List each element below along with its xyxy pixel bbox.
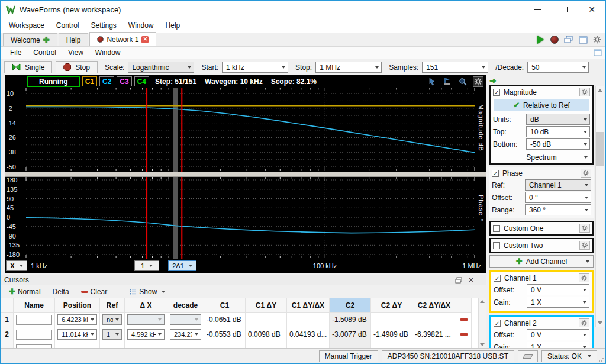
channel-1-checkbox[interactable]: ✓ — [494, 275, 501, 282]
channel-3-chip[interactable]: C3 — [117, 76, 131, 86]
magnitude-checkbox[interactable]: ✓ — [493, 89, 500, 96]
stop-frequency-select[interactable]: 1 MHz — [315, 62, 382, 73]
zoom-tool-button[interactable] — [457, 77, 468, 86]
collapse-panel-icon[interactable]: ➜ — [489, 76, 497, 85]
gear-icon[interactable] — [579, 318, 589, 327]
phase-ref-select[interactable]: Channel 1 — [525, 179, 591, 191]
col-header-position[interactable]: Position — [55, 298, 100, 313]
relative-to-ref-button[interactable]: ✔ Relative to Ref — [494, 99, 589, 111]
gear-icon[interactable] — [581, 169, 591, 178]
col-header-c2[interactable]: C2 — [330, 298, 371, 313]
cursor-tool-button[interactable] — [442, 77, 453, 86]
ch2-gain-select[interactable]: 1 X — [527, 342, 589, 348]
close-panel-icon[interactable]: ✕ — [468, 276, 474, 284]
custom-two-checkbox[interactable] — [493, 242, 500, 249]
plot-splitter[interactable] — [5, 172, 486, 177]
col-header-c2dy[interactable]: C2 ΔY — [371, 298, 412, 313]
col-header-dx[interactable]: Δ X — [125, 298, 167, 313]
col-header-decade[interactable]: decade — [167, 298, 204, 313]
pointer-tool-button[interactable] — [427, 77, 437, 86]
stop-all-button[interactable] — [549, 34, 560, 45]
scroll-up-icon[interactable] — [598, 89, 602, 92]
tab-network-1[interactable]: Network 1 ✕ — [89, 32, 156, 46]
panel-scrollbar[interactable] — [595, 86, 604, 327]
plot-settings-button[interactable] — [473, 76, 483, 87]
phase-plot[interactable]: 18013590450-45-90-135-180 — [5, 177, 486, 259]
menu-file[interactable]: File — [4, 47, 27, 58]
units-select[interactable]: dB — [526, 114, 590, 125]
menu-net-control[interactable]: Control — [27, 47, 62, 58]
tab-help[interactable]: Help — [59, 33, 89, 46]
table-scrollbar[interactable] — [478, 298, 486, 348]
col-header-c2dydx[interactable]: C2 ΔY/ΔX — [412, 298, 456, 313]
device-button[interactable]: ADP3450 SN:210018AFF318 USB:ST — [382, 350, 514, 362]
col-header-c1[interactable]: C1 — [204, 298, 246, 313]
custom-one-checkbox[interactable] — [493, 225, 500, 232]
ch1-offset-select[interactable]: 0 V — [527, 284, 589, 295]
scale-select[interactable]: Logarithmic — [128, 62, 194, 73]
menu-net-window[interactable]: Window — [89, 47, 127, 58]
clear-log-button[interactable] — [518, 350, 538, 362]
tile-windows-button[interactable] — [577, 34, 589, 45]
float-panel-icon[interactable] — [455, 277, 462, 284]
col-header-c1dydx[interactable]: C1 ΔY/ΔX — [287, 298, 330, 313]
cursor-ref-select[interactable]: 1 — [102, 329, 122, 340]
cursor-decade-select[interactable]: 234.27 m — [170, 329, 201, 340]
menu-control[interactable]: Control — [50, 20, 85, 31]
samples-select[interactable]: 151 — [422, 62, 488, 73]
gear-icon[interactable] — [579, 224, 590, 233]
channel-2-chip[interactable]: C2 — [99, 76, 114, 86]
maximize-button[interactable] — [551, 1, 578, 18]
cursors-panel-title-bar[interactable]: Cursors ✕ — [1, 275, 486, 285]
minimize-button[interactable] — [524, 1, 551, 18]
scrollbar-thumb[interactable] — [596, 132, 604, 166]
start-frequency-select[interactable]: 1 kHz — [222, 62, 288, 73]
tab-welcome[interactable]: Welcome ✚ — [3, 33, 57, 46]
cascade-windows-button[interactable] — [563, 34, 575, 45]
scroll-up-icon[interactable] — [480, 300, 485, 303]
spectrum-expander[interactable]: Spectrum — [493, 152, 590, 162]
float-panel-button[interactable] — [594, 49, 602, 56]
cursor-name-input[interactable] — [16, 330, 52, 340]
gear-icon[interactable] — [579, 241, 590, 250]
add-delta-cursor-button[interactable]: Delta — [49, 286, 73, 297]
channel-4-chip[interactable]: C4 — [134, 76, 149, 86]
menu-settings[interactable]: Settings — [85, 20, 123, 31]
menu-workspace[interactable]: Workspace — [3, 20, 50, 31]
menu-view[interactable]: View — [62, 47, 89, 58]
phase-range-select[interactable]: 360 ° — [525, 204, 591, 215]
menu-window[interactable]: Window — [123, 20, 160, 31]
ch2-offset-select[interactable]: 0 V — [527, 329, 589, 340]
bottom-select[interactable]: -50 dB — [526, 138, 590, 150]
close-button[interactable]: ✕ — [578, 1, 605, 18]
channel-1-chip[interactable]: C1 — [82, 76, 97, 86]
clear-cursors-button[interactable]: Clear — [78, 286, 111, 297]
cursor-1-button[interactable]: 1 — [134, 260, 159, 271]
add-channel-button[interactable]: ✚ Add Channel — [489, 255, 594, 268]
scroll-down-icon[interactable] — [598, 321, 602, 324]
close-tab-icon[interactable]: ✕ — [141, 36, 149, 43]
ch1-gain-select[interactable]: 1 X — [527, 297, 589, 308]
remove-cursor-button[interactable] — [460, 333, 468, 336]
col-header-c1dy[interactable]: C1 ΔY — [246, 298, 287, 313]
channel-2-checkbox[interactable]: ✓ — [494, 320, 501, 327]
menu-help[interactable]: Help — [160, 20, 186, 31]
gear-icon[interactable] — [579, 88, 590, 96]
run-all-button[interactable] — [534, 34, 546, 45]
single-button[interactable]: Single — [4, 61, 52, 73]
col-header-name[interactable]: Name — [14, 298, 55, 313]
manual-trigger-button[interactable]: Manual Trigger — [319, 350, 378, 362]
cursor-ref-select[interactable]: none — [102, 314, 122, 325]
top-select[interactable]: 10 dB — [526, 126, 590, 137]
remove-cursor-button[interactable] — [460, 318, 468, 321]
phase-offset-select[interactable]: 0 ° — [525, 192, 591, 203]
cursor-name-input[interactable] — [16, 315, 52, 325]
cursor-2-button[interactable]: 2Δ1 — [168, 260, 196, 271]
settings-button[interactable] — [591, 34, 603, 45]
add-normal-cursor-button[interactable]: ✚Normal — [5, 286, 44, 297]
x-axis-button[interactable]: X — [6, 260, 27, 271]
add-tab-icon[interactable]: ✚ — [43, 36, 50, 44]
gear-icon[interactable] — [579, 273, 589, 282]
status-button[interactable]: Status: OK — [541, 350, 597, 362]
show-columns-button[interactable]: Show — [125, 286, 169, 297]
